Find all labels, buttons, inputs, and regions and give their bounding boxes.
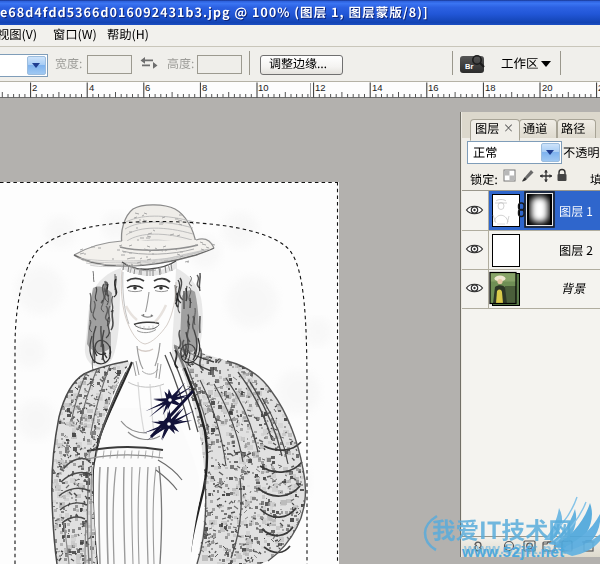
svg-text:www.52jft.net: www.52jft.net — [461, 543, 565, 560]
svg-text:Br: Br — [465, 62, 473, 71]
